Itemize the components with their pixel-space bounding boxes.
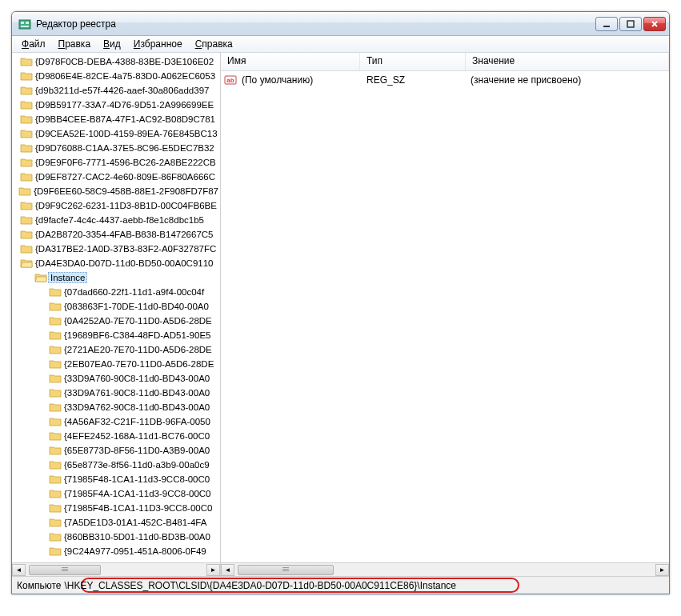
folder-closed-icon	[49, 517, 62, 528]
col-type[interactable]: Тип	[360, 53, 466, 70]
tree-item-label: {D9E9F0F6-7771-4596-BC26-2A8BE222CB	[34, 158, 218, 167]
folder-closed-icon	[49, 402, 62, 413]
tree-item-label: {2EB07EA0-7E70-11D0-A5D6-28DE	[62, 359, 215, 369]
tree-item-label: {65E8773D-8F56-11D0-A3B9-00A0	[62, 446, 211, 455]
tree-item-label: {7A5DE1D3-01A1-452C-B481-4FA	[62, 518, 208, 527]
tree-panel: {D978F0CB-DEBA-4388-83BE-D3E106E02{D9806…	[12, 53, 221, 576]
tree-item[interactable]: {07dad660-22f1-11d1-a9f4-00c04f	[12, 285, 220, 299]
col-name[interactable]: Имя	[221, 53, 360, 70]
folder-closed-icon	[49, 301, 62, 312]
folder-closed-icon	[20, 229, 33, 240]
tree-item-label: {DA4E3DA0-D07D-11d0-BD50-00A0C9110	[34, 258, 214, 268]
svg-rect-0	[19, 20, 30, 29]
tree-item-label: {DA2B8720-3354-4FAB-B838-B1472667C5	[34, 230, 215, 239]
folder-closed-icon	[20, 128, 33, 139]
scroll-right-button[interactable]: ►	[206, 564, 220, 576]
tree-item-label: {d9b3211d-e57f-4426-aaef-30a806add397	[34, 86, 210, 95]
menu-edit[interactable]: Правка	[52, 37, 98, 51]
tree-item[interactable]: {65E8773D-8F56-11D0-A3B9-00A0	[12, 443, 220, 458]
tree-item-label: {D9806E4E-82CE-4a75-83D0-A062EC6053	[34, 71, 217, 81]
folder-closed-icon	[20, 85, 33, 96]
tree-item-label: {4EFE2452-168A-11d1-BC76-00C0	[62, 431, 211, 441]
tree-item[interactable]: {D9EF8727-CAC2-4e60-809E-86F80A666C	[12, 170, 220, 184]
tree-item[interactable]: {D9806E4E-82CE-4a75-83D0-A062EC6053	[12, 69, 220, 83]
tree-item[interactable]: Instance	[12, 270, 220, 285]
col-value[interactable]: Значение	[466, 53, 669, 70]
tree-item[interactable]: {33D9A762-90C8-11d0-BD43-00A0	[12, 400, 220, 414]
scroll-right-button[interactable]: ►	[655, 564, 669, 576]
tree-item-label: {DA317BE2-1A0D-37B3-83F2-A0F32787FC	[34, 244, 218, 254]
scroll-left-button[interactable]: ◄	[12, 564, 26, 576]
tree-item[interactable]: {860BB310-5D01-11d0-BD3B-00A0	[12, 530, 220, 544]
tree-item[interactable]: {083863F1-70DE-11d0-BD40-00A0	[12, 299, 220, 314]
tree-item[interactable]: {71985F4A-1CA1-11d3-9CC8-00C0	[12, 486, 220, 501]
menu-view[interactable]: Вид	[97, 37, 127, 51]
tree-item[interactable]: {d9b3211d-e57f-4426-aaef-30a806add397	[12, 83, 220, 98]
folder-closed-icon	[49, 344, 62, 355]
tree-item[interactable]: {65e8773e-8f56-11d0-a3b9-00a0c9	[12, 458, 220, 472]
tree-item[interactable]: {D9B59177-33A7-4D76-9D51-2A996699EE	[12, 98, 220, 112]
tree-item[interactable]: {19689BF6-C384-48FD-AD51-90E5	[12, 328, 220, 342]
value-data: (значение не присвоено)	[467, 74, 584, 86]
svg-text:ab: ab	[226, 77, 234, 84]
scroll-thumb[interactable]	[29, 565, 101, 575]
tree-item[interactable]: {33D9A760-90C8-11d0-BD43-00A0	[12, 371, 220, 386]
values-list[interactable]: ab(По умолчанию)REG_SZ(значение не присв…	[221, 71, 669, 562]
menu-help[interactable]: Справка	[189, 37, 239, 51]
tree-item[interactable]: {4EFE2452-168A-11d1-BC76-00C0	[12, 429, 220, 443]
menu-file[interactable]: Файл	[15, 37, 52, 51]
svg-rect-2	[26, 22, 29, 24]
value-row[interactable]: ab(По умолчанию)REG_SZ(значение не присв…	[224, 73, 666, 87]
tree-item[interactable]: {DA4E3DA0-D07D-11d0-BD50-00A0C9110	[12, 256, 220, 270]
tree-item[interactable]: {2721AE20-7E70-11D0-A5D6-28DE	[12, 342, 220, 357]
folder-closed-icon	[49, 373, 62, 384]
minimize-button[interactable]	[595, 17, 618, 31]
folder-closed-icon	[49, 430, 62, 442]
close-button[interactable]	[643, 17, 666, 31]
folder-closed-icon	[49, 474, 62, 485]
tree-item[interactable]: {D978F0CB-DEBA-4388-83BE-D3E106E02	[12, 54, 220, 69]
status-path: \HKEY_CLASSES_ROOT\CLSID\{DA4E3DA0-D07D-…	[64, 580, 456, 591]
tree-item[interactable]: {2EB07EA0-7E70-11D0-A5D6-28DE	[12, 357, 220, 371]
tree-item[interactable]: {DA317BE2-1A0D-37B3-83F2-A0F32787FC	[12, 242, 220, 256]
folder-closed-icon	[49, 502, 62, 514]
tree-item[interactable]: {D9CEA52E-100D-4159-89EA-76E845BC13	[12, 126, 220, 141]
tree-item[interactable]: {4A56AF32-C21F-11DB-96FA-0050	[12, 414, 220, 429]
tree-item[interactable]: {33D9A761-90C8-11d0-BD43-00A0	[12, 386, 220, 400]
titlebar[interactable]: Редактор реестра	[12, 12, 669, 36]
tree-item[interactable]: {D9F6EE60-58C9-458B-88E1-2F908FD7F87	[12, 184, 220, 198]
tree-item[interactable]: {D9D76088-C1AA-37E5-8C96-E5DEC7B32	[12, 141, 220, 155]
tree-item-label: {D9F6EE60-58C9-458B-88E1-2F908FD7F87	[32, 186, 220, 196]
folder-closed-icon	[49, 488, 62, 499]
tree-item[interactable]: {71985F4B-1CA1-11D3-9CC8-00C0	[12, 501, 220, 515]
list-hscrollbar[interactable]: ◄ ►	[221, 562, 669, 576]
values-header[interactable]: Имя Тип Значение	[221, 53, 669, 71]
tree-item[interactable]: {7A5DE1D3-01A1-452C-B481-4FA	[12, 515, 220, 530]
menu-favorites[interactable]: Избранное	[127, 37, 189, 51]
registry-tree[interactable]: {D978F0CB-DEBA-4388-83BE-D3E106E02{D9806…	[12, 53, 220, 562]
tree-item[interactable]: {9C24A977-0951-451A-8006-0F49	[12, 544, 220, 558]
tree-item[interactable]: {D9E9F0F6-7771-4596-BC26-2A8BE222CB	[12, 155, 220, 170]
tree-item[interactable]: {D9BB4CEE-B87A-47F1-AC92-B08D9C781	[12, 112, 220, 126]
tree-item[interactable]: {DA2B8720-3354-4FAB-B838-B1472667C5	[12, 227, 220, 242]
tree-item-label: {D9B59177-33A7-4D76-9D51-2A996699EE	[34, 100, 215, 110]
tree-item[interactable]: {d9facfe7-4c4c-4437-aebb-f8e1c8dbc1b5	[12, 213, 220, 227]
tree-item-label: {4A56AF32-C21F-11DB-96FA-0050	[62, 417, 212, 426]
tree-item-label: {71985F4A-1CA1-11d3-9CC8-00C0	[62, 489, 212, 498]
folder-closed-icon	[49, 531, 62, 542]
tree-item[interactable]: {0A4252A0-7E70-11D0-A5D6-28DE	[12, 314, 220, 328]
tree-item-label: {0A4252A0-7E70-11D0-A5D6-28DE	[62, 316, 214, 326]
menubar: Файл Правка Вид Избранное Справка	[12, 36, 669, 53]
folder-closed-icon	[49, 546, 62, 557]
tree-item[interactable]: {71985F48-1CA1-11d3-9CC8-00C0	[12, 472, 220, 486]
tree-item-label: {D978F0CB-DEBA-4388-83BE-D3E106E02	[34, 57, 215, 66]
tree-item-label: {19689BF6-C384-48FD-AD51-90E5	[62, 330, 212, 340]
tree-hscrollbar[interactable]: ◄ ►	[12, 562, 220, 576]
folder-closed-icon	[20, 56, 33, 67]
tree-item-label: {65e8773e-8f56-11d0-a3b9-00a0c9	[62, 460, 211, 470]
folder-closed-icon	[49, 416, 62, 427]
scroll-left-button[interactable]: ◄	[221, 564, 234, 576]
tree-item[interactable]: {D9F9C262-6231-11D3-8B1D-00C04FB6BE	[12, 198, 220, 213]
maximize-button[interactable]	[619, 17, 642, 31]
scroll-thumb[interactable]	[238, 565, 334, 575]
